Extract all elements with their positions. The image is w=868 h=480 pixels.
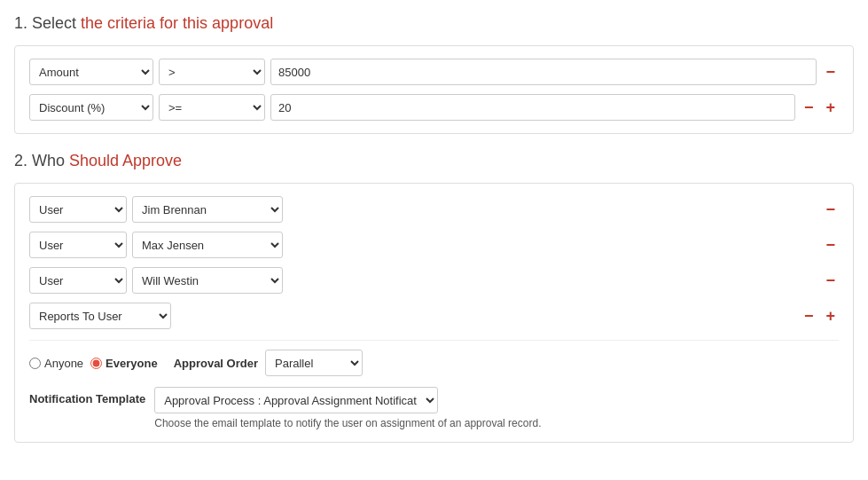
approver-row-4: User Reports To User Queue Related User … xyxy=(29,303,839,329)
approver-row-3: User Reports To User Queue Related User … xyxy=(29,267,839,294)
radio-anyone[interactable] xyxy=(29,358,41,369)
radio-everyone[interactable] xyxy=(90,358,102,369)
criteria-row-1: Amount Discount (%) > >= < <= = != − xyxy=(29,59,839,85)
approver-type-1[interactable]: User Reports To User Queue Related User xyxy=(29,196,127,223)
criteria-field-1[interactable]: Amount Discount (%) xyxy=(29,59,153,85)
approval-order-label: Approval Order xyxy=(174,357,258,370)
criteria-operator-2[interactable]: > >= < <= = != xyxy=(159,94,265,121)
approver-box: User Reports To User Queue Related User … xyxy=(14,183,854,443)
notification-desc: Choose the email template to notify the … xyxy=(154,417,541,429)
approver-type-2[interactable]: User Reports To User Queue Related User xyxy=(29,232,127,258)
notification-label: Notification Template xyxy=(29,387,145,405)
radio-anyone-group: Anyone xyxy=(29,357,83,370)
approver-type-3[interactable]: User Reports To User Queue Related User xyxy=(29,267,127,294)
section1-title: 1. Select the criteria for this approval xyxy=(14,14,854,33)
approver-type-4[interactable]: User Reports To User Queue Related User xyxy=(29,303,171,329)
criteria-field-2[interactable]: Amount Discount (%) xyxy=(29,94,153,121)
approver-remove-1[interactable]: − xyxy=(822,201,839,217)
notification-row: Notification Template Approval Process :… xyxy=(29,387,839,429)
approver-remove-3[interactable]: − xyxy=(822,272,839,288)
approver-row-1: User Reports To User Queue Related User … xyxy=(29,196,839,223)
approver-name-3[interactable]: Jim Brennan Max Jensen Will Westin xyxy=(132,267,283,294)
notification-template-select[interactable]: Approval Process : Approval Assignment N… xyxy=(154,387,438,413)
section2-title: 2. Who Should Approve xyxy=(14,152,854,170)
approval-order-select[interactable]: Parallel Sequential xyxy=(265,350,363,376)
approval-options-row: Anyone Everyone Approval Order Parallel … xyxy=(29,340,839,376)
criteria-box: Amount Discount (%) > >= < <= = != − Amo… xyxy=(14,45,854,134)
approver-add[interactable]: + xyxy=(822,308,839,324)
approver-name-2[interactable]: Jim Brennan Max Jensen Will Westin xyxy=(132,232,283,258)
notification-right: Approval Process : Approval Assignment N… xyxy=(154,387,541,429)
anyone-label: Anyone xyxy=(44,357,83,370)
criteria-operator-1[interactable]: > >= < <= = != xyxy=(159,59,265,85)
everyone-label: Everyone xyxy=(106,357,158,370)
criteria-row-2: Amount Discount (%) > >= < <= = != − + xyxy=(29,94,839,121)
approver-remove-4[interactable]: − xyxy=(801,308,817,324)
criteria-add[interactable]: + xyxy=(822,99,839,115)
approver-remove-2[interactable]: − xyxy=(822,237,839,253)
criteria-value-1[interactable] xyxy=(270,59,817,85)
approver-name-1[interactable]: Jim Brennan Max Jensen Will Westin xyxy=(132,196,283,223)
criteria-remove-2[interactable]: − xyxy=(801,99,817,115)
radio-everyone-group: Everyone xyxy=(90,357,158,370)
approver-row-2: User Reports To User Queue Related User … xyxy=(29,232,839,258)
criteria-remove-1[interactable]: − xyxy=(822,64,839,80)
criteria-value-2[interactable] xyxy=(270,94,795,121)
